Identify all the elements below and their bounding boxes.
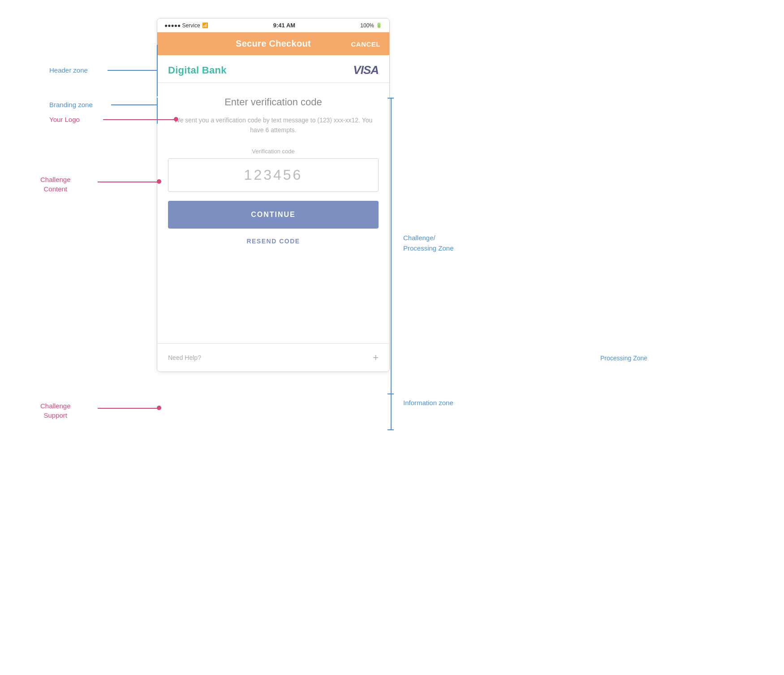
- visa-logo: VISA: [353, 63, 379, 77]
- line-information-v: [391, 394, 392, 429]
- verification-input[interactable]: 123456: [168, 158, 379, 192]
- annotation-challenge-support: ChallengeSupport: [40, 401, 71, 420]
- tick-info-bottom: [388, 429, 394, 430]
- header-bar: Secure Checkout CANCEL: [157, 32, 389, 55]
- dot-challenge-support: [157, 406, 161, 410]
- annotation-branding-zone: Branding zone: [49, 101, 93, 108]
- line-your-logo: [103, 119, 176, 120]
- line-branding: [111, 104, 157, 105]
- tick-top: [388, 98, 394, 99]
- line-header: [108, 70, 158, 71]
- cancel-button[interactable]: CANCEL: [351, 40, 381, 48]
- bank-logo: Digital Bank: [168, 65, 227, 76]
- branding-zone: Digital Bank VISA: [157, 55, 389, 83]
- expand-icon[interactable]: +: [373, 352, 379, 363]
- challenge-zone: Enter verification code We sent you a ve…: [157, 83, 389, 254]
- dot-challenge-content: [157, 179, 161, 184]
- line-header-v: [157, 45, 158, 96]
- challenge-title: Enter verification code: [168, 96, 379, 108]
- annotation-processing-zone: Processing Zone: [600, 355, 647, 362]
- line-challenge-content: [98, 182, 158, 182]
- annotation-challenge-processing: Challenge/Processing Zone: [403, 233, 454, 253]
- signal-dots: ●●●●● Service: [164, 22, 200, 29]
- line-challenge-processing-v: [391, 98, 392, 394]
- annotation-information-zone: Information zone: [403, 399, 453, 407]
- information-zone: Need Help? +: [157, 343, 389, 372]
- status-bar: ●●●●● Service 📶 9:41 AM 100% 🔋: [157, 18, 389, 32]
- annotation-challenge-content: ChallengeContent: [40, 175, 71, 194]
- continue-button[interactable]: CONTINUE: [168, 201, 379, 229]
- line-challenge-support: [98, 408, 158, 409]
- annotation-your-logo: Your Logo: [49, 116, 80, 123]
- battery-icon: 🔋: [376, 22, 382, 28]
- phone-frame: ●●●●● Service 📶 9:41 AM 100% 🔋 Secure Ch…: [157, 18, 390, 372]
- battery-percentage: 100%: [360, 22, 374, 29]
- annotation-header-zone: Header zone: [49, 66, 88, 74]
- verification-label: Verification code: [168, 148, 379, 155]
- header-title: Secure Checkout: [236, 39, 311, 49]
- challenge-description: We sent you a verification code by text …: [168, 115, 379, 135]
- challenge-spacer: [157, 254, 389, 343]
- time-display: 9:41 AM: [273, 22, 295, 29]
- battery-area: 100% 🔋: [360, 22, 382, 29]
- need-help-link[interactable]: Need Help?: [168, 354, 201, 361]
- resend-code-button[interactable]: RESEND CODE: [168, 238, 379, 245]
- signal-area: ●●●●● Service 📶: [164, 22, 208, 29]
- wifi-icon: 📶: [202, 22, 208, 28]
- dot-your-logo: [174, 117, 178, 121]
- verification-code-value: 123456: [244, 167, 303, 183]
